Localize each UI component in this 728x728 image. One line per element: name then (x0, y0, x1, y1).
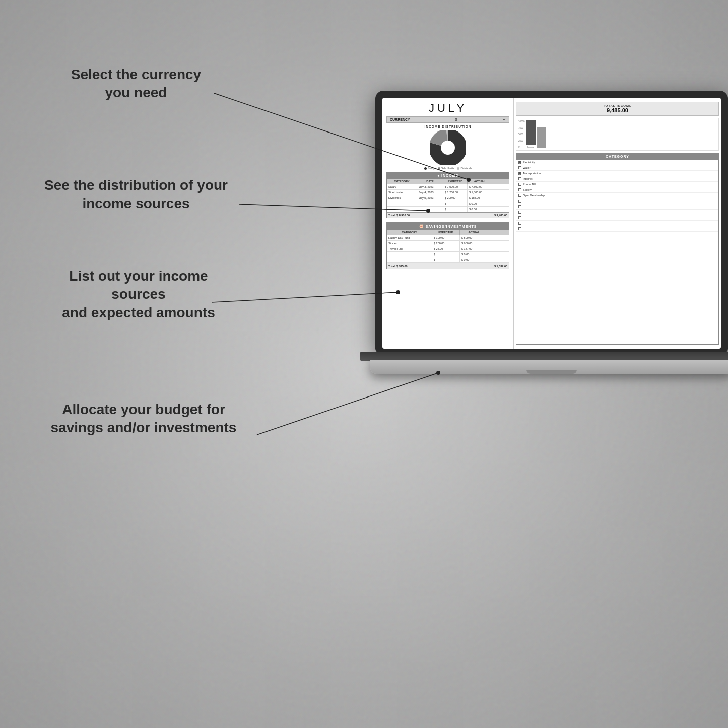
savings-table-header: CATEGORY EXPECTED ACTUAL (387, 230, 509, 235)
expense-row-6[interactable]: Spotify (516, 187, 718, 193)
expense-row-3[interactable]: Transportation (516, 171, 718, 176)
expense-row-8[interactable] (516, 198, 718, 204)
currency-dropdown-icon[interactable]: ▼ (502, 118, 506, 121)
td-sav-exp-2: $ 200.00 (432, 241, 460, 246)
td-category-5 (387, 207, 417, 212)
checkbox-9[interactable] (518, 205, 521, 208)
screen-right-panel: TOTAL INCOME 9,485.00 10000 7500 5000 25… (513, 98, 721, 349)
annotation-currency: Select the currency you need (50, 65, 222, 102)
dividends-label: Dividends (460, 167, 472, 170)
savings-table: 🐷 SAVINGS/INVESTMENTS CATEGORY EXPECTED … (386, 222, 509, 269)
expenses-section-header: CATEGORY (516, 153, 718, 160)
income-row-4: $ $ 0.00 (387, 201, 509, 207)
td-sav-cat-3: Travel Fund (387, 246, 432, 251)
checkbox-12[interactable] (518, 222, 521, 225)
td-sav-act-4: $ 0.00 (460, 252, 488, 257)
legend-salary: Salary (424, 167, 435, 170)
bar-2-rect (537, 127, 546, 148)
checkbox-4[interactable] (518, 177, 521, 180)
savings-section-header: 🐷 SAVINGS/INVESTMENTS (387, 223, 509, 230)
td-expected-5: $ (443, 207, 468, 212)
currency-label: CURRENCY (390, 118, 410, 121)
expense-row-10[interactable] (516, 210, 718, 215)
checkbox-11[interactable] (518, 216, 521, 219)
income-table-header: CATEGORY DATE EXPECTED ACTUAL (387, 179, 509, 184)
td-category-3: Dividends (387, 195, 417, 201)
checkbox-3[interactable] (518, 172, 521, 175)
expense-row-2[interactable]: Water (516, 165, 718, 171)
td-sav-exp-3: $ 25.00 (432, 246, 460, 251)
laptop-base (370, 360, 728, 374)
expense-row-11[interactable] (516, 215, 718, 221)
checkbox-10[interactable] (518, 211, 521, 214)
income-icon: ● (437, 174, 440, 177)
currency-bar[interactable]: CURRENCY $ ▼ (386, 116, 509, 123)
th-date: DATE (417, 179, 443, 184)
expense-row-7[interactable]: Gym Membership (516, 193, 718, 198)
savings-total-row: Total: $ 325.00 $ 1,337.00 (387, 263, 509, 269)
td-sav-cat-5 (387, 257, 432, 262)
th-actual: ACTUAL (468, 179, 492, 184)
bar-income-rect (526, 120, 536, 145)
savings-title: SAVINGS/INVESTMENTS (426, 225, 477, 228)
income-total-row: Total: $ 8,900.00 $ 9,485.00 (387, 212, 509, 218)
side-hustle-label: Side Hustle (441, 167, 454, 170)
y-7500: 7500 (518, 127, 525, 129)
checkbox-8[interactable] (518, 200, 521, 203)
expense-label-1: Electricity (523, 161, 535, 164)
checkbox-7[interactable] (518, 194, 521, 197)
expense-row-12[interactable] (516, 221, 718, 226)
side-hustle-dot (438, 167, 440, 170)
annotation-savings: Allocate your budget for savings and/or … (30, 401, 257, 437)
checkbox-1[interactable] (518, 161, 521, 164)
td-actual-2: $ 1,800.00 (468, 190, 492, 195)
total-actual: $ 9,485.00 (493, 213, 509, 218)
checkbox-5[interactable] (518, 183, 521, 186)
laptop: JULY CURRENCY $ ▼ INCOME DISTRIBUTION (360, 91, 728, 443)
td-sav-exp-1: $ 100.00 (432, 235, 460, 240)
th-expected: EXPECTED (443, 179, 468, 184)
expenses-title: CATEGORY (606, 155, 629, 158)
income-title: INCOME (441, 174, 458, 177)
savings-row-2: Stocks $ 200.00 $ 650.00 (387, 241, 509, 246)
checkbox-2[interactable] (518, 166, 521, 169)
td-sav-act-1: $ 500.00 (460, 235, 488, 240)
td-actual-3: $ 185.00 (468, 195, 492, 201)
annotation-income-dist: See the distribution of your income sour… (25, 176, 247, 213)
total-label: Total: $ 8,900.00 (387, 213, 493, 218)
expense-row-1[interactable]: Electricity (516, 160, 718, 165)
savings-row-4: $ $ 0.00 (387, 252, 509, 257)
savings-row-1: Raindy Day Fund $ 100.00 $ 500.00 (387, 235, 509, 241)
expense-label-2: Water (523, 166, 530, 169)
checkbox-13[interactable] (518, 227, 521, 230)
legend-dividends: Dividends (457, 167, 472, 170)
td-expected-4: $ (443, 201, 468, 206)
screen-content: JULY CURRENCY $ ▼ INCOME DISTRIBUTION (382, 98, 721, 349)
td-sav-act-2: $ 650.00 (460, 241, 488, 246)
checkbox-6[interactable] (518, 188, 521, 191)
expense-label-6: Spotify (523, 188, 532, 191)
bar-chart: 10000 7500 5000 2500 0 Income (518, 120, 716, 148)
income-row-5: $ $ 0.00 (387, 207, 509, 212)
td-expected-1: $ 7,500.00 (443, 184, 468, 189)
income-row-1: Salary July 3, 2023 $ 7,500.00 $ 7,500.0… (387, 184, 509, 190)
bar-income: Income (526, 120, 536, 148)
income-row-3: Dividends July 5, 2023 $ 200.00 $ 185.00 (387, 195, 509, 201)
pie-chart (430, 130, 466, 165)
td-category-4 (387, 201, 417, 206)
income-row-2: Side Hustle July 4, 2023 $ 1,200.00 $ 1,… (387, 190, 509, 195)
th-category: CATEGORY (387, 179, 417, 184)
th-sav-category: CATEGORY (387, 230, 432, 235)
expense-row-13[interactable] (516, 226, 718, 232)
laptop-screen-bezel: JULY CURRENCY $ ▼ INCOME DISTRIBUTION (375, 91, 728, 353)
expense-row-4[interactable]: Internet (516, 176, 718, 182)
td-date-2: July 4, 2023 (417, 190, 443, 195)
salary-label: Salary (428, 167, 435, 170)
expense-row-5[interactable]: Phone Bill (516, 182, 718, 187)
screen-header: JULY CURRENCY $ ▼ (386, 102, 509, 123)
expense-row-9[interactable] (516, 204, 718, 210)
bars-container: Income (526, 120, 716, 148)
td-sav-exp-4: $ (432, 252, 460, 257)
y-0: 0 (518, 146, 525, 148)
td-date-3: July 5, 2023 (417, 195, 443, 201)
